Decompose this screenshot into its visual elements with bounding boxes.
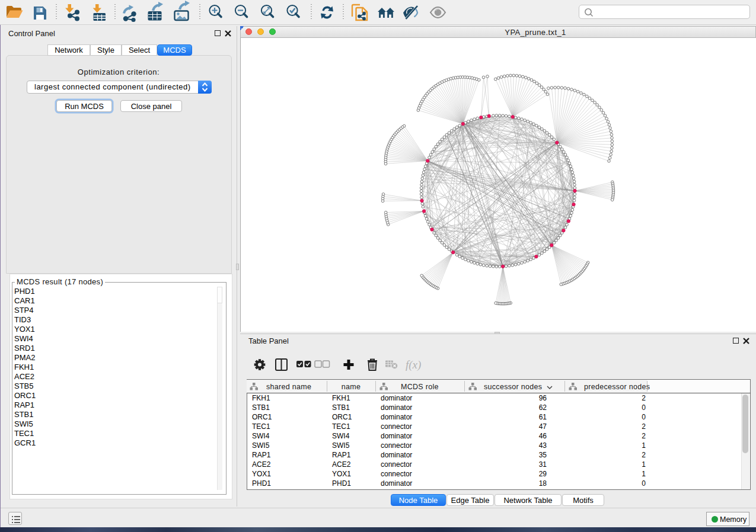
- svg-text:f(x): f(x): [406, 358, 421, 371]
